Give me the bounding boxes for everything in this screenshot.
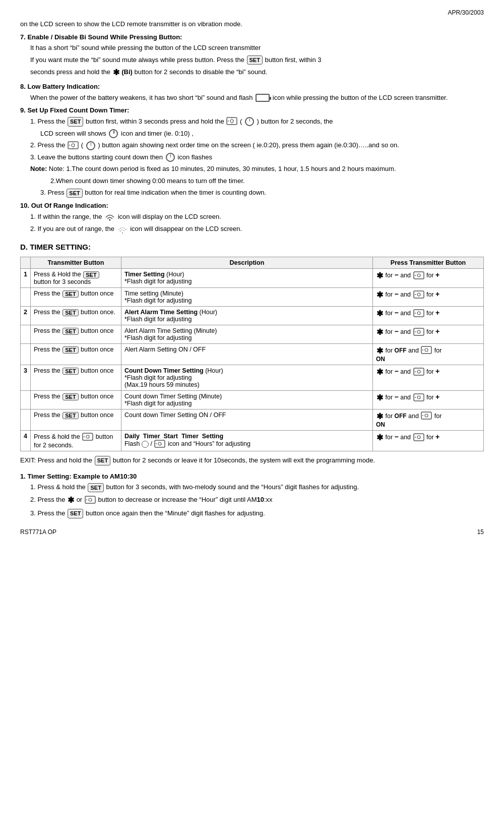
svg-point-6 <box>72 144 75 147</box>
svg-point-47 <box>86 499 87 500</box>
star-icon-r2: ✱ <box>376 309 383 318</box>
svg-point-29 <box>415 371 416 372</box>
row-num-2c <box>21 343 31 365</box>
star-icon-r2c: ✱ <box>376 346 383 356</box>
row-press-2b: ✱ for − and for + <box>373 325 484 343</box>
plus-r1a: + <box>435 271 439 279</box>
section9-title: 9. Set Up Fixed Count Down Timer: <box>20 105 484 115</box>
timer-icon-1 <box>245 117 254 126</box>
phone-icon-r4desc <box>154 440 165 449</box>
section9-item1: 1. Press the SET button first, within 3 … <box>30 116 484 127</box>
set-badge-1: SET <box>247 55 263 65</box>
set-badge-exit: SET <box>95 456 110 465</box>
svg-point-16 <box>417 293 420 296</box>
svg-point-14 <box>415 275 416 276</box>
star-icon-r3: ✱ <box>376 367 383 377</box>
example-item3: 3. Press the SET button once again then … <box>30 508 484 518</box>
minus-r2b: − <box>395 327 399 335</box>
header-date: APR/30/2003 <box>448 9 484 16</box>
minus-r3: − <box>395 367 399 375</box>
set-badge-t2b: SET <box>62 328 78 335</box>
svg-point-23 <box>415 331 416 332</box>
row-tx-1b: Press the SET button once <box>30 287 121 306</box>
footer-right: 15 <box>477 529 484 536</box>
star-icon-r4: ✱ <box>376 433 383 442</box>
row-num-3c <box>21 409 31 430</box>
table-row: 2 Press the SET button once. Alert Alarm… <box>21 306 484 325</box>
svg-point-41 <box>156 443 157 444</box>
section8-p1: When the power of the battery weakens, i… <box>30 93 484 103</box>
section9-note1: Note: Note: 1.The count down period is f… <box>30 164 484 174</box>
d-timer-title: D. TIMER SETTING: <box>20 242 484 253</box>
table-row: 4 Press & hold the button for 2 seconds.… <box>21 430 484 451</box>
timer-icon-2 <box>109 129 118 138</box>
timer-table: Transmitter Button Description Press Tra… <box>20 257 484 451</box>
row-num-3: 3 <box>21 365 31 390</box>
section10-title: 10. Out Of Range Indication: <box>20 201 484 211</box>
svg-point-9 <box>69 145 70 146</box>
phone-icon-r2c <box>421 346 432 355</box>
svg-point-25 <box>425 348 428 352</box>
row-press-3: ✱ for − and for + <box>373 365 484 390</box>
svg-point-43 <box>417 436 420 439</box>
row-tx-2: Press the SET button once. <box>30 306 121 325</box>
table-row: Press the SET button once Count down Tim… <box>21 390 484 409</box>
row-desc-2: Alert Alarm Time Setting (Hour)*Flash di… <box>121 306 372 325</box>
svg-point-35 <box>422 415 423 416</box>
svg-point-37 <box>86 435 89 438</box>
svg-point-20 <box>415 313 416 314</box>
plus-r2b: + <box>435 327 439 335</box>
row-press-3c: ✱ for OFF and forON <box>373 409 484 430</box>
svg-point-22 <box>417 330 420 333</box>
circle-icon <box>142 441 149 448</box>
star-icon-ex2: ✱ <box>68 494 74 506</box>
phone-icon-r2 <box>413 309 424 318</box>
set-badge-2: SET <box>68 117 83 127</box>
star-icon-r3b: ✱ <box>376 393 383 402</box>
footer-left: RST771A OP <box>20 529 56 536</box>
plus-r3: + <box>435 367 439 375</box>
phone-icon-1 <box>226 117 237 126</box>
row-tx-3: Press the SET button once <box>30 365 121 390</box>
section9-note2: 2.When count down timer showing 0:00 mea… <box>50 176 484 186</box>
section9-item1b: LCD screen will shows icon and timer (ie… <box>40 129 484 139</box>
svg-point-26 <box>422 349 423 350</box>
star-icon-r2b: ✱ <box>376 327 383 337</box>
phone-icon-ex2 <box>85 496 96 505</box>
set-badge-t2c: SET <box>62 346 78 354</box>
svg-point-19 <box>417 312 420 315</box>
row-press-2c: ✱ for OFF and forON <box>373 343 484 365</box>
table-row: 1 Press & Hold the SET button for 3 seco… <box>21 269 484 288</box>
section10-item1: 1. If within the range, the icon will di… <box>30 212 484 222</box>
row-num-3b <box>21 390 31 409</box>
battery-icon <box>256 94 270 102</box>
star-icon-bi: ✱ <box>113 67 119 79</box>
section7-title: 7. Enable / Disable Bi Sound While Press… <box>20 32 484 42</box>
svg-point-44 <box>415 437 416 438</box>
set-badge-t1b: SET <box>62 290 78 298</box>
svg-point-4 <box>228 121 229 122</box>
svg-point-46 <box>89 498 92 501</box>
row-desc-1: Timer Setting (Hour)*Flash digit for adj… <box>121 269 372 288</box>
svg-point-40 <box>158 442 161 445</box>
minus-r1b: − <box>395 290 399 298</box>
plus-r2: + <box>435 309 439 317</box>
timer-icon-3 <box>86 141 95 150</box>
set-badge-ex1: SET <box>88 483 103 493</box>
example-item1: 1. Press & hold the SET button for 3 sec… <box>30 482 484 492</box>
section7-p1: It has a short “bi” sound while pressing… <box>30 43 484 53</box>
svg-point-34 <box>425 414 428 417</box>
svg-point-17 <box>415 294 416 295</box>
section7-p2: If you want mute the “bi” sound mute alw… <box>30 55 484 65</box>
set-badge-t3: SET <box>62 368 78 375</box>
phone-icon-r4 <box>413 433 424 442</box>
phone-icon-2 <box>68 141 79 150</box>
svg-point-31 <box>417 396 420 399</box>
phone-icon-r2b <box>413 328 424 337</box>
example-item2: 2. Press the ✱ or button to decrease or … <box>30 494 484 506</box>
row-num-2: 2 <box>21 306 31 325</box>
svg-point-13 <box>417 274 420 277</box>
table-row: Press the SET button once Time setting (… <box>21 287 484 306</box>
set-badge-t1: SET <box>83 271 99 278</box>
row-press-3b: ✱ for − and for + <box>373 390 484 409</box>
